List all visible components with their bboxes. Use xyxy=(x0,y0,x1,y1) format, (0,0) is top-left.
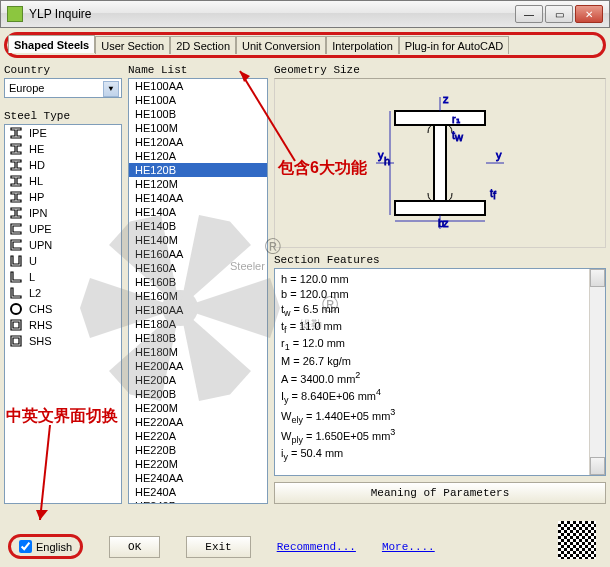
name-list-item[interactable]: HE180M xyxy=(129,345,267,359)
name-list-item[interactable]: HE160A xyxy=(129,261,267,275)
name-list-item[interactable]: HE220M xyxy=(129,457,267,471)
steel-type-item[interactable]: L xyxy=(5,269,121,285)
more-link[interactable]: More.... xyxy=(382,541,435,553)
recommend-link[interactable]: Recommend... xyxy=(277,541,356,553)
country-value: Europe xyxy=(9,82,44,94)
close-button[interactable]: ✕ xyxy=(575,5,603,23)
name-list-label: Name List xyxy=(128,64,268,76)
name-list-item[interactable]: HE100M xyxy=(129,121,267,135)
maximize-button[interactable]: ▭ xyxy=(545,5,573,23)
name-list-item[interactable]: HE140A xyxy=(129,205,267,219)
name-list-item[interactable]: HE180A xyxy=(129,317,267,331)
steel-type-item[interactable]: U xyxy=(5,253,121,269)
name-list-item[interactable]: HE200M xyxy=(129,401,267,415)
name-list-item[interactable]: HE100A xyxy=(129,93,267,107)
steel-type-item[interactable]: UPE xyxy=(5,221,121,237)
name-list-item[interactable]: HE120AA xyxy=(129,135,267,149)
svg-text:z: z xyxy=(443,93,449,105)
section-feature-row: tf = 11.0 mm xyxy=(281,319,599,336)
steel-type-item[interactable]: HD xyxy=(5,157,121,173)
name-list-item[interactable]: HE200A xyxy=(129,373,267,387)
name-list-item[interactable]: HE160AA xyxy=(129,247,267,261)
svg-marker-22 xyxy=(36,510,48,520)
name-list-item[interactable]: HE180B xyxy=(129,331,267,345)
scrollbar[interactable] xyxy=(589,269,605,475)
name-list-item[interactable]: HE220A xyxy=(129,429,267,443)
name-list-item[interactable]: HE220AA xyxy=(129,415,267,429)
name-list-item[interactable]: HE200B xyxy=(129,387,267,401)
tab-bar: Shaped Steels User Section 2D Section Un… xyxy=(4,32,606,58)
name-list-item[interactable]: HE200AA xyxy=(129,359,267,373)
tab-user-section[interactable]: User Section xyxy=(95,36,170,54)
steel-type-item[interactable]: L2 xyxy=(5,285,121,301)
steel-type-name: UPE xyxy=(29,223,52,235)
name-list-item[interactable]: HE140AA xyxy=(129,191,267,205)
steel-type-item[interactable]: RHS xyxy=(5,317,121,333)
steel-type-name: L2 xyxy=(29,287,41,299)
steel-type-item[interactable]: UPN xyxy=(5,237,121,253)
ok-button[interactable]: OK xyxy=(109,536,160,558)
country-label: Country xyxy=(4,64,122,76)
name-list-item[interactable]: HE120A xyxy=(129,149,267,163)
svg-text:y: y xyxy=(496,149,502,161)
svg-text:h: h xyxy=(384,155,390,167)
name-list-item[interactable]: HE160M xyxy=(129,289,267,303)
minimize-button[interactable]: — xyxy=(515,5,543,23)
steel-type-name: CHS xyxy=(29,303,52,315)
steel-type-name: IPN xyxy=(29,207,47,219)
app-icon xyxy=(7,6,23,22)
steel-type-item[interactable]: IPN xyxy=(5,205,121,221)
steel-type-item[interactable]: HL xyxy=(5,173,121,189)
steel-type-item[interactable]: IPE xyxy=(5,125,121,141)
steel-type-item[interactable]: SHS xyxy=(5,333,121,349)
svg-text:tf: tf xyxy=(490,187,497,201)
name-list-item[interactable]: HE180AA xyxy=(129,303,267,317)
name-list-item[interactable]: HE100AA xyxy=(129,79,267,93)
steel-type-name: HD xyxy=(29,159,45,171)
steel-type-name: L xyxy=(29,271,35,283)
steel-type-item[interactable]: HP xyxy=(5,189,121,205)
section-feature-row: M = 26.7 kg/m xyxy=(281,354,599,369)
steel-type-name: HE xyxy=(29,143,44,155)
name-list-item[interactable]: HE120B xyxy=(129,163,267,177)
english-checkbox[interactable] xyxy=(19,540,32,553)
geometry-label: Geometry Size xyxy=(274,64,606,76)
tab-plugin-autocad[interactable]: Plug-in for AutoCAD xyxy=(399,36,509,54)
name-list-item[interactable]: HE240A xyxy=(129,485,267,499)
steel-type-name: HL xyxy=(29,175,43,187)
name-list-item[interactable]: HE240B xyxy=(129,499,267,504)
tab-2d-section[interactable]: 2D Section xyxy=(170,36,236,54)
tab-shaped-steels[interactable]: Shaped Steels xyxy=(8,35,95,53)
svg-rect-3 xyxy=(434,125,446,201)
name-list-item[interactable]: HE220B xyxy=(129,443,267,457)
name-list-item[interactable]: HE120M xyxy=(129,177,267,191)
english-checkbox-wrap[interactable]: English xyxy=(8,534,83,559)
section-feature-row: r1 = 12.0 mm xyxy=(281,336,599,353)
steel-type-name: U xyxy=(29,255,37,267)
name-list-item[interactable]: HE140M xyxy=(129,233,267,247)
tab-unit-conversion[interactable]: Unit Conversion xyxy=(236,36,326,54)
steel-type-label: Steel Type xyxy=(4,110,122,122)
steel-type-list[interactable]: IPEHEHDHLHPIPNUPEUPNULL2CHSRHSSHS xyxy=(4,124,122,504)
section-features-box[interactable]: h = 120.0 mmb = 120.0 mmtw = 6.5 mmtf = … xyxy=(274,268,606,476)
section-feature-row: A = 3400.0 mm2 xyxy=(281,369,599,387)
name-list-item[interactable]: HE160B xyxy=(129,275,267,289)
svg-rect-1 xyxy=(395,111,485,125)
section-feature-row: b = 120.0 mm xyxy=(281,287,599,302)
country-combo[interactable]: Europe xyxy=(4,78,122,98)
name-list-item[interactable]: HE100B xyxy=(129,107,267,121)
name-list-item[interactable]: HE240AA xyxy=(129,471,267,485)
steel-type-item[interactable]: HE xyxy=(5,141,121,157)
tab-interpolation[interactable]: Interpolation xyxy=(326,36,399,54)
name-list[interactable]: HE100AAHE100AHE100BHE100MHE120AAHE120AHE… xyxy=(128,78,268,504)
bottom-bar: English OK Exit Recommend... More.... xyxy=(8,534,602,559)
title-bar: YLP Inquire — ▭ ✕ xyxy=(0,0,610,28)
exit-button[interactable]: Exit xyxy=(186,536,250,558)
geometry-diagram: z z y y r₁ tw tf h b xyxy=(274,78,606,248)
steel-type-name: HP xyxy=(29,191,44,203)
section-feature-row: iy = 50.4 mm xyxy=(281,446,599,463)
steel-type-item[interactable]: CHS xyxy=(5,301,121,317)
meaning-button[interactable]: Meaning of Parameters xyxy=(274,482,606,504)
name-list-item[interactable]: HE140B xyxy=(129,219,267,233)
section-feature-row: Wely = 1.440E+05 mm3 xyxy=(281,406,599,426)
